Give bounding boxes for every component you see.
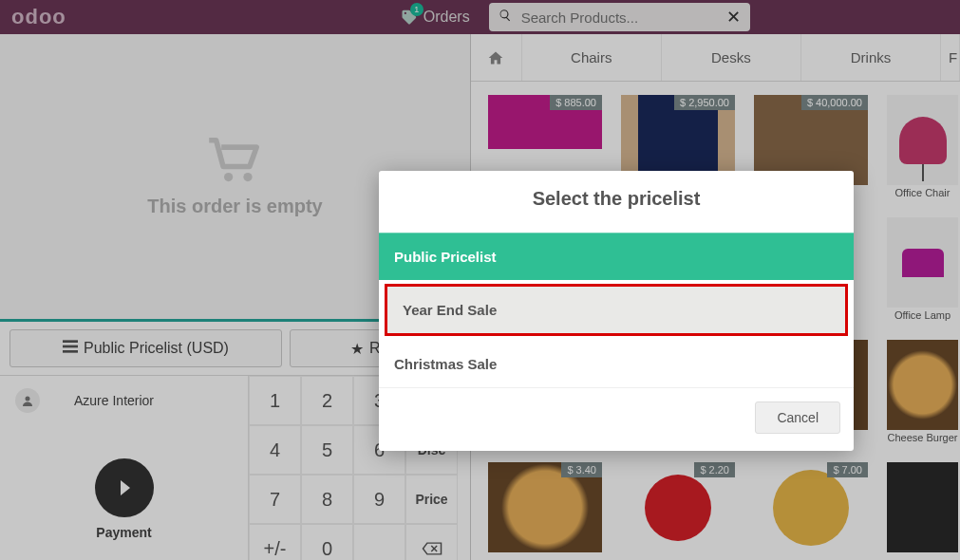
modal-title: Select the pricelist (379, 171, 854, 233)
pricelist-modal: Select the pricelist Public Pricelist Ye… (379, 171, 854, 451)
pricelist-option-public[interactable]: Public Pricelist (379, 233, 854, 280)
pricelist-option-yearend[interactable]: Year End Sale (385, 284, 848, 336)
pricelist-option-christmas[interactable]: Christmas Sale (379, 340, 854, 387)
modal-footer: Cancel (379, 387, 854, 451)
cancel-button[interactable]: Cancel (755, 401, 840, 434)
